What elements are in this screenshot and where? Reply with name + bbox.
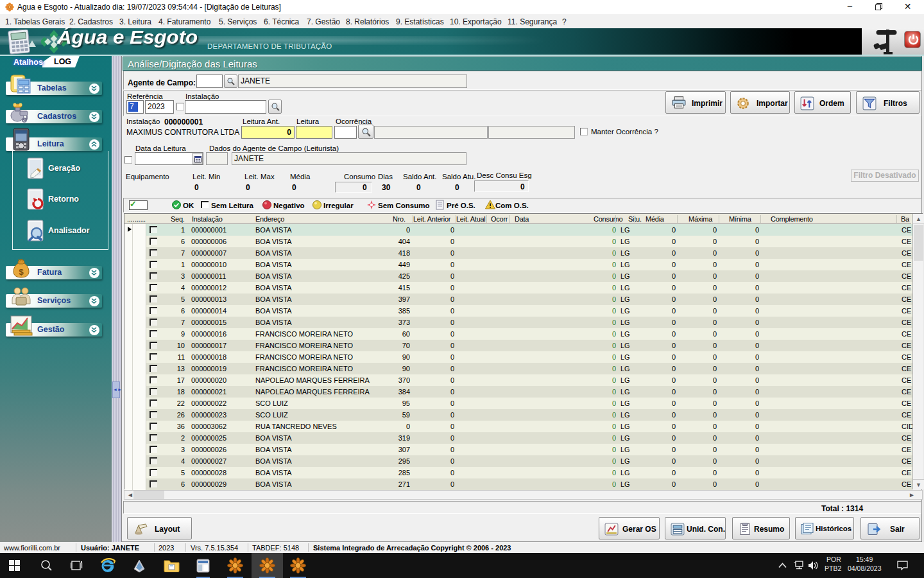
svg-text:$: $ xyxy=(19,267,24,277)
